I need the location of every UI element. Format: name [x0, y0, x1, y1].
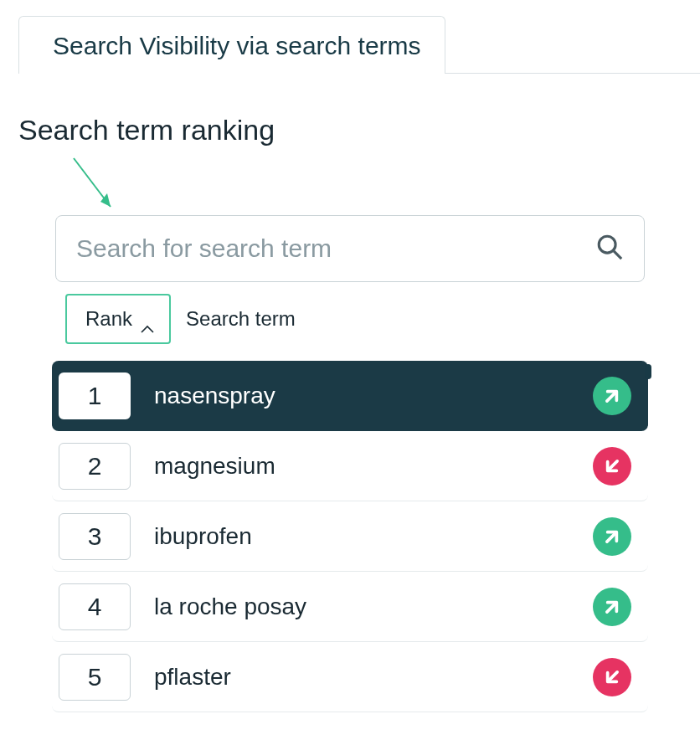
rank-value: 1 — [88, 382, 102, 410]
annotation-arrow-icon — [70, 155, 121, 222]
svg-point-2 — [599, 236, 615, 253]
trend-down-icon — [593, 658, 631, 696]
term-value: nasenspray — [154, 383, 275, 408]
tab-label: Search Visibility via search terms — [53, 32, 421, 59]
svg-line-3 — [614, 251, 621, 259]
rank-value: 3 — [88, 522, 102, 551]
term-value: ibuprofen — [154, 523, 252, 549]
table-row[interactable]: 3 ibuprofen — [52, 501, 648, 572]
column-header-term[interactable]: Search term — [186, 307, 296, 331]
svg-line-7 — [607, 603, 616, 612]
trend-up-icon — [593, 588, 631, 626]
column-header-rank-label: Rank — [85, 307, 132, 331]
sort-asc-icon — [141, 315, 154, 323]
term-value: la roche posay — [154, 593, 306, 619]
table-row[interactable]: 1 nasenspray — [52, 361, 648, 431]
tab-search-visibility[interactable]: Search Visibility via search terms — [18, 16, 445, 74]
rank-value: 5 — [88, 663, 102, 691]
rank-badge: 3 — [59, 513, 131, 560]
trend-up-icon — [593, 517, 631, 556]
trend-down-icon — [593, 447, 631, 486]
search-field[interactable] — [55, 215, 645, 282]
term-text: la roche posay — [154, 593, 569, 620]
rank-badge: 1 — [59, 372, 131, 419]
svg-line-4 — [607, 392, 616, 401]
search-icon[interactable] — [595, 233, 624, 265]
svg-line-8 — [608, 671, 617, 681]
table-row[interactable]: 4 la roche posay — [52, 572, 648, 642]
column-header-term-label: Search term — [186, 307, 296, 330]
term-value: magnesium — [154, 453, 275, 479]
term-text: ibuprofen — [154, 523, 569, 550]
tabs-bar: Search Visibility via search terms — [18, 15, 700, 74]
term-text: nasenspray — [154, 383, 569, 409]
svg-marker-1 — [100, 193, 111, 207]
column-header-rank[interactable]: Rank — [65, 294, 171, 344]
term-text: magnesium — [154, 453, 569, 480]
ranking-list: 1 nasenspray 2 magnesium 3 ibuprofen — [52, 361, 648, 712]
table-row[interactable]: 5 pflaster — [52, 642, 648, 712]
ranking-card: Rank Search term 1 nasenspray 2 — [18, 180, 682, 732]
term-text: pflaster — [154, 664, 569, 691]
term-value: pflaster — [154, 664, 231, 690]
rank-value: 2 — [88, 452, 102, 480]
section-title: Search term ranking — [18, 114, 700, 146]
trend-up-icon — [593, 377, 631, 415]
scrollbar-thumb[interactable] — [645, 364, 651, 379]
column-headers: Rank Search term — [65, 294, 661, 344]
search-input[interactable] — [76, 234, 595, 263]
table-row[interactable]: 2 magnesium — [52, 431, 648, 501]
svg-line-5 — [608, 460, 617, 470]
rank-badge: 5 — [59, 654, 131, 701]
rank-badge: 2 — [59, 443, 131, 490]
rank-value: 4 — [88, 593, 102, 621]
svg-line-0 — [74, 158, 111, 207]
rank-badge: 4 — [59, 583, 131, 630]
svg-line-6 — [607, 532, 616, 542]
